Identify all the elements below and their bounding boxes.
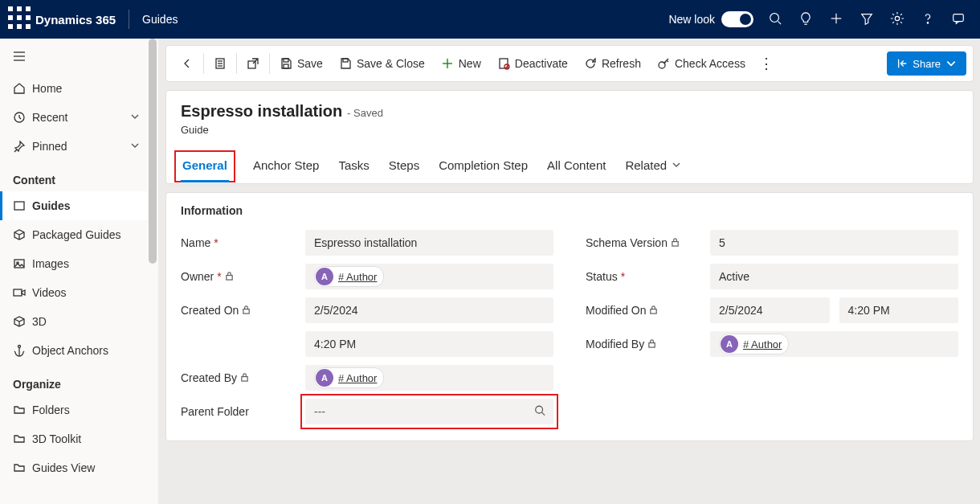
app-area[interactable]: Guides <box>133 13 187 26</box>
modified-on-date[interactable]: 2/5/2024 <box>710 297 830 323</box>
highlight-box: General <box>174 150 235 182</box>
new-look-label: New look <box>668 13 715 26</box>
pin-icon <box>13 140 32 153</box>
svg-point-42 <box>536 406 543 413</box>
sidebar-scrollbar[interactable] <box>147 39 158 504</box>
share-button[interactable]: Share <box>887 51 966 76</box>
new-look-toggle[interactable]: New look <box>662 11 760 27</box>
section-title: Information <box>181 204 958 217</box>
field-created-by: Created By A# Author <box>181 365 553 391</box>
back-button[interactable] <box>173 45 202 82</box>
help-icon[interactable] <box>913 11 943 28</box>
created-by-chip[interactable]: A# Author <box>314 367 384 388</box>
lightbulb-icon[interactable] <box>790 11 821 28</box>
field-modified-by: Modified By A# Author <box>586 331 958 357</box>
avatar: A <box>721 335 738 353</box>
owner-chip[interactable]: A# Author <box>314 266 384 287</box>
main-area: Save Save & Close New Deactivate Refresh… <box>159 39 980 504</box>
divider <box>269 53 270 74</box>
field-created-on: Created On 2/5/2024 4:20 PM <box>181 297 553 357</box>
sidebar-item-folders[interactable]: Folders <box>0 395 148 424</box>
check-access-button[interactable]: Check Access <box>649 45 753 82</box>
svg-rect-0 <box>8 6 13 11</box>
avatar: A <box>316 369 333 387</box>
modified-on-time[interactable]: 4:20 PM <box>839 297 959 323</box>
clock-icon <box>13 111 32 124</box>
svg-rect-3 <box>8 15 13 20</box>
deactivate-button[interactable]: Deactivate <box>489 45 576 82</box>
new-button[interactable]: New <box>433 45 489 82</box>
sidebar-item-recent[interactable]: Recent <box>0 103 148 132</box>
svg-rect-2 <box>26 6 31 11</box>
open-new-window-button[interactable] <box>239 45 267 82</box>
sidebar-item-images[interactable]: Images <box>0 249 148 278</box>
created-on-date[interactable]: 2/5/2024 <box>305 297 553 323</box>
sidebar-toggle[interactable] <box>0 39 148 74</box>
svg-point-14 <box>927 22 928 23</box>
modified-by-link[interactable]: # Author <box>743 338 782 350</box>
modified-by-chip[interactable]: A# Author <box>719 334 789 354</box>
command-overflow[interactable]: ⋮ <box>753 59 779 68</box>
sidebar-item-toolkit[interactable]: 3D Toolkit <box>0 424 148 453</box>
app-brand[interactable]: Dynamics 365 <box>32 13 125 27</box>
sidebar-item-anchors[interactable]: Object Anchors <box>0 336 148 365</box>
chevron-down-icon[interactable] <box>130 140 140 153</box>
tab-steps[interactable]: Steps <box>387 150 421 182</box>
created-by-link[interactable]: # Author <box>338 372 377 384</box>
svg-rect-8 <box>26 24 31 29</box>
tab-related[interactable]: Related <box>623 150 683 182</box>
sidebar-item-pinned[interactable]: Pinned <box>0 132 148 161</box>
modified-by-lookup[interactable]: A# Author <box>710 331 958 357</box>
sidebar-item-label: Object Anchors <box>32 344 108 357</box>
tab-general[interactable]: General <box>181 154 229 182</box>
created-on-time[interactable]: 4:20 PM <box>305 331 553 357</box>
app-launcher-icon[interactable] <box>6 5 32 34</box>
tab-all-content[interactable]: All Content <box>545 150 607 182</box>
search-icon[interactable] <box>534 405 545 419</box>
guide-icon <box>13 199 32 212</box>
sidebar-item-home[interactable]: Home <box>0 74 148 103</box>
svg-rect-21 <box>14 260 24 268</box>
cube-icon <box>13 315 32 328</box>
status-input[interactable]: Active <box>710 264 958 289</box>
sidebar: Home Recent Pinned Content Guides Packag… <box>0 39 159 504</box>
field-schema-version: Schema Version 5 <box>586 230 958 256</box>
anchor-icon <box>13 344 32 357</box>
svg-rect-44 <box>672 242 678 247</box>
filter-icon[interactable] <box>851 11 882 28</box>
sidebar-item-videos[interactable]: Videos <box>0 278 148 307</box>
lock-icon <box>647 338 656 350</box>
save-close-button[interactable]: Save & Close <box>331 45 433 82</box>
svg-rect-5 <box>26 15 31 20</box>
svg-point-24 <box>18 346 21 348</box>
save-button[interactable]: Save <box>272 45 331 82</box>
lock-icon <box>649 304 658 317</box>
owner-link[interactable]: # Author <box>338 271 377 283</box>
search-icon[interactable] <box>760 11 790 28</box>
tab-anchor-step[interactable]: Anchor Step <box>251 150 321 182</box>
refresh-button[interactable]: Refresh <box>576 45 649 82</box>
app-header: Dynamics 365 Guides New look <box>0 0 980 39</box>
svg-rect-15 <box>953 14 964 21</box>
tab-completion-step[interactable]: Completion Step <box>437 150 529 182</box>
created-by-lookup[interactable]: A# Author <box>305 365 553 391</box>
toggle-icon[interactable] <box>721 11 753 27</box>
add-icon[interactable] <box>821 11 851 28</box>
svg-rect-39 <box>227 276 232 281</box>
assistant-icon[interactable] <box>943 11 974 28</box>
sidebar-item-guides-view[interactable]: Guides View <box>0 453 148 482</box>
sidebar-item-3d[interactable]: 3D <box>0 307 148 336</box>
parent-folder-lookup[interactable]: --- <box>305 399 553 424</box>
svg-rect-41 <box>242 377 247 382</box>
sidebar-item-guides[interactable]: Guides <box>0 191 148 220</box>
svg-rect-40 <box>243 309 249 314</box>
divider <box>203 53 204 74</box>
name-input[interactable]: Espresso installation <box>305 230 553 256</box>
tab-tasks[interactable]: Tasks <box>337 150 370 182</box>
gear-icon[interactable] <box>882 11 913 28</box>
chevron-down-icon[interactable] <box>130 111 140 124</box>
form-selector-button[interactable] <box>206 45 235 82</box>
svg-rect-1 <box>17 6 22 11</box>
sidebar-item-packaged[interactable]: Packaged Guides <box>0 220 148 249</box>
owner-lookup[interactable]: A# Author <box>305 264 553 289</box>
